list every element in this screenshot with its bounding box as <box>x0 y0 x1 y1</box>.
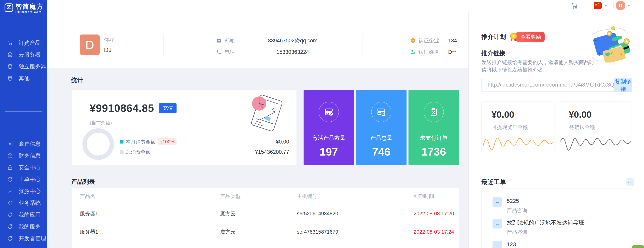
sidebar: 智简魔方 IDCSmart.com 订购产品 云服务器 独立服务器 其他 <box>0 0 47 248</box>
sidebar-item-label: 订购产品 <box>18 39 41 47</box>
sidebar-item-label: 独立服务器 <box>18 63 46 70</box>
sidebar-item-others[interactable]: 其他 <box>0 72 47 84</box>
language-flag-icon[interactable] <box>594 2 602 9</box>
ticket-category: 产品咨询 <box>507 207 527 214</box>
column-header: 产品类型 <box>220 193 297 200</box>
stats-section-title: 统计 <box>71 76 83 84</box>
sidebar-item-business-system[interactable]: 业务系统 <box>0 197 47 209</box>
referral-link-field[interactable]: http://kfc.idcsmart.com/recommend/J4i8MC… <box>482 78 614 91</box>
recharge-button[interactable]: 充值 <box>159 103 176 113</box>
sidebar-item-ticket-center[interactable]: 工单中心 <box>0 174 47 185</box>
legend-row-month: 本月消费金额 ↓100% ¥0.00 <box>120 137 289 147</box>
clipboard-x-icon <box>429 107 439 117</box>
cert-company-row: 认证企业 134 <box>410 35 467 46</box>
sparkline-chart <box>559 133 632 151</box>
sidebar-item-order-products[interactable]: 订购产品 <box>0 37 47 49</box>
expire-time: 2022-08-03 17:24 <box>414 229 459 235</box>
chat-float-button[interactable] <box>632 245 644 248</box>
server-icon <box>7 52 13 58</box>
table-row[interactable]: 服务器1 魔方云 ser520614934820 2022-08-03 17:2… <box>80 205 459 223</box>
stat-card-value: 197 <box>304 145 354 158</box>
sidebar-item-dedicated-servers[interactable]: 独立服务器 <box>0 61 47 72</box>
sidebar-item-label: 业务系统 <box>18 199 41 207</box>
stat-card-label: 激活产品数量 <box>304 134 354 142</box>
dashboard-page: 智简魔方 IDCSmart.com 订购产品 云服务器 独立服务器 其他 <box>0 0 644 248</box>
referral-link-box: http://kfc.idcsmart.com/recommend/J4i8MC… <box>482 78 632 92</box>
phone-icon <box>216 49 222 55</box>
sidebar-item-label: 我的服务 <box>18 223 41 231</box>
email-label: 邮箱 <box>225 37 246 44</box>
ticket-list-item[interactable]: -- 5225 产品咨询 <box>492 197 527 214</box>
phone-value: 15330363224 <box>246 49 339 55</box>
sidebar-item-security-center[interactable]: 安全中心 <box>0 162 47 174</box>
tag-icon <box>7 212 13 218</box>
sidebar-item-label: 其他 <box>18 75 30 82</box>
withdrawable-reward-card: ¥0.00 可提现奖励金额 <box>482 102 554 154</box>
panel-divider <box>163 33 164 57</box>
chevron-down-icon[interactable] <box>604 3 609 8</box>
cert-name-value: D** <box>448 49 456 55</box>
recent-tickets-card: -- 5225 产品咨询 -- 放到法规的广泛地不发达辅导班 产品咨询 -- 1… <box>482 188 632 248</box>
sidebar-item-account-info[interactable]: 账户信息 <box>0 138 47 150</box>
avatar[interactable]: D <box>616 1 625 10</box>
brand-logo[interactable]: 智简魔方 IDCSmart.com <box>0 0 47 13</box>
referral-desc-line1: 发送推介链接给有需要的人，邀请他人购买商品时， <box>482 59 600 65</box>
report-illustration <box>242 91 288 136</box>
sidebar-item-cloud-servers[interactable]: 云服务器 <box>0 49 47 61</box>
sidebar-secondary-menu: 账户信息 财务信息 安全中心 工单中心 资源中心 业务系统 <box>0 138 47 245</box>
host-id: ser520614934820 <box>297 211 414 217</box>
panel-divider <box>362 33 363 57</box>
sidebar-item-resource-center[interactable]: 资源中心 <box>0 185 47 197</box>
server-icon <box>7 75 13 81</box>
cart-icon[interactable] <box>570 1 578 9</box>
legend-value: ¥15436200.77 <box>255 149 289 155</box>
tickets-more-button[interactable]: ··· <box>626 178 634 186</box>
ticket-category: 产品咨询 <box>507 229 584 236</box>
delta-badge: ↓100% <box>158 138 176 145</box>
sidebar-item-developer-admin[interactable]: 开发者管理 <box>0 233 47 245</box>
view-rewards-button[interactable]: 查看奖励 <box>516 32 544 42</box>
contact-block: 邮箱 839467502@qq.com 电话 15330363224 <box>216 35 354 58</box>
ticket-badge: -- <box>492 219 502 229</box>
id-card-icon <box>7 141 13 147</box>
products-section-title: 产品列表 <box>71 178 95 186</box>
cert-name-label: 认证姓名 <box>418 49 448 56</box>
table-row[interactable]: 服务器1 魔方云 ser476315871679 2022-08-03 17:2… <box>80 223 459 241</box>
pending-amount-card: ¥0.00 待确认金额 <box>559 102 632 154</box>
balance-card: ¥9910864.85 充值 (当前余额) <box>72 90 296 165</box>
stat-card-label: 产品总量 <box>356 134 406 142</box>
sidebar-primary-menu: 订购产品 云服务器 独立服务器 其他 <box>0 37 47 84</box>
stat-card-label: 未支付订单 <box>408 134 459 142</box>
ticket-list-item[interactable]: -- 123 产品咨询 <box>492 241 527 248</box>
sidebar-item-my-services[interactable]: 我的服务 <box>0 221 47 233</box>
cert-company-label: 认证企业 <box>418 37 448 44</box>
legend-row-total: 总消费金额 ¥15436200.77 <box>120 147 289 157</box>
tag-icon <box>7 176 13 182</box>
sidebar-item-finance-info[interactable]: 财务信息 <box>0 150 47 162</box>
server-doc-icon <box>376 107 386 117</box>
column-header: 到期时间 <box>414 193 459 200</box>
server-icon <box>7 64 13 70</box>
reward-amount: ¥0.00 <box>569 109 592 120</box>
chevron-down-icon[interactable] <box>627 3 632 8</box>
brand-domain: IDCSmart.com <box>16 10 44 13</box>
legend-swatch-gray <box>120 150 124 154</box>
legend-label: 总消费金额 <box>126 149 150 155</box>
total-products-card: 产品总量 746 <box>356 90 406 165</box>
sidebar-divider <box>5 111 42 112</box>
ticket-title: 123 <box>507 241 527 248</box>
tag-icon <box>7 200 13 206</box>
sparkline-chart <box>482 133 554 151</box>
ticket-list-item[interactable]: -- 放到法规的广泛地不发达辅导班 产品咨询 <box>492 219 584 236</box>
sidebar-item-my-apps[interactable]: 我的应用 <box>0 209 47 221</box>
copy-link-button[interactable]: 复制链接 <box>614 78 632 91</box>
ticket-badge: -- <box>492 241 502 248</box>
legend-label: 本月消费金额 <box>126 139 156 145</box>
certification-block: 认证企业 134 认证姓名 D** <box>410 35 467 58</box>
wallet-illustration <box>588 26 632 62</box>
sidebar-item-label: 账户信息 <box>18 140 41 148</box>
referral-link-title: 推介链接 <box>482 49 505 57</box>
avatar: D <box>80 34 100 55</box>
current-balance: ¥9910864.85 <box>90 102 154 114</box>
reward-label: 可提现奖励金额 <box>492 124 528 131</box>
